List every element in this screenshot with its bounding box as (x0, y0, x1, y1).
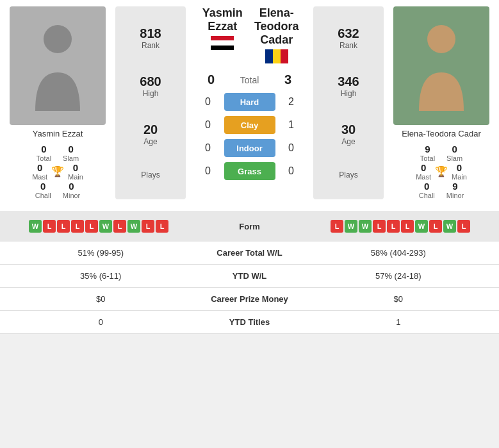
player-right-slam-value: 0 (452, 144, 457, 154)
top-section: Yasmin Ezzat 0 Total 0 Slam 0 Mast 🏆 (0, 0, 499, 206)
left-high-label: High (143, 89, 159, 98)
form-badge-w: W (29, 220, 42, 233)
flag-romania (250, 49, 304, 63)
total-right-score: 3 (279, 72, 298, 87)
player-right-mast-label: Mast (416, 173, 431, 181)
player-right-chall-label: Chall (419, 192, 435, 199)
player-left-name-center: Yasmin Ezzat (195, 6, 250, 33)
left-age-label: Age (143, 137, 157, 146)
surface-rows: 0 Hard 2 0 Clay 1 0 Indoor (189, 91, 310, 182)
player-right-minor-label: Minor (446, 192, 464, 199)
grass-right-score: 0 (282, 165, 301, 177)
player-right-chall-value: 0 (424, 181, 429, 192)
form-badge-w: W (127, 220, 140, 233)
clay-right-score: 1 (282, 119, 301, 131)
match-center: Yasmin Ezzat Elena-Teodora Cadar (189, 6, 310, 199)
prize-left: $0 (10, 294, 192, 304)
total-left-score: 0 (202, 72, 221, 87)
form-badge-w: W (415, 220, 428, 233)
prize-label: Career Prize Money (192, 294, 307, 304)
ytd-label: YTD W/L (192, 271, 307, 281)
form-badge-l: L (429, 220, 442, 233)
grass-row: 0 Grass 0 (189, 160, 310, 182)
form-badge-l: L (156, 220, 168, 233)
left-form-badges: WLLLLWLWLL (6, 220, 168, 233)
player-right-card: Elena-Teodora Cadar 9 Total 0 Slam 0 Mas… (387, 6, 496, 199)
left-rank-value: 818 (140, 26, 161, 41)
right-high-label: High (341, 89, 357, 98)
titles-label: YTD Titles (192, 317, 307, 327)
grass-left-score: 0 (199, 165, 218, 177)
right-rank-label: Rank (339, 41, 357, 50)
player-names-row: Yasmin Ezzat Elena-Teodora Cadar (189, 6, 310, 63)
form-badge-l: L (57, 220, 70, 233)
right-age-label: Age (341, 137, 355, 146)
indoor-row: 0 Indoor 0 (189, 137, 310, 159)
form-badge-l: L (331, 220, 343, 233)
titles-right: 1 (307, 317, 490, 327)
clay-badge: Clay (224, 116, 275, 134)
player-left-mast-label: Mast (32, 173, 47, 181)
hard-row: 0 Hard 2 (189, 91, 310, 113)
form-badge-w: W (443, 220, 456, 233)
main-container: Yasmin Ezzat 0 Total 0 Slam 0 Mast 🏆 (0, 0, 499, 334)
left-age-value: 20 (143, 122, 158, 137)
form-badge-w: W (99, 220, 112, 233)
player-right-main-label: Main (452, 173, 467, 181)
trophy-right-icon: 🏆 (435, 165, 448, 178)
indoor-badge: Indoor (224, 139, 275, 157)
player-left-slam-label: Slam (63, 154, 79, 162)
player-left-name: Yasmin Ezzat (33, 129, 83, 138)
clay-row: 0 Clay 1 (189, 114, 310, 136)
grass-badge: Grass (224, 162, 275, 180)
stats-bottom: 51% (99-95) Career Total W/L 58% (404-29… (0, 242, 499, 334)
player-left-slam-value: 0 (68, 144, 73, 154)
right-age-value: 30 (341, 122, 356, 137)
player-right-mast-value: 0 (421, 162, 426, 173)
ytd-left: 35% (6-11) (10, 271, 192, 281)
form-section: WLLLLWLWLL Form LWWLLLWLWL (0, 211, 499, 242)
player-right-photo (393, 6, 489, 125)
form-badge-l: L (43, 220, 56, 233)
player-left-minor-label: Minor (63, 192, 81, 199)
ytd-row: 35% (6-11) YTD W/L 57% (24-18) (0, 265, 499, 288)
player-left-total-value: 0 (41, 144, 46, 154)
player-right-total-value: 9 (425, 144, 430, 154)
form-badge-w: W (345, 220, 357, 233)
total-row: 0 Total 3 (189, 69, 310, 91)
player-left-mast-value: 0 (37, 162, 42, 173)
form-label: Form (168, 222, 331, 231)
player-left-chall-value: 0 (40, 181, 45, 192)
player-right-main-value: 0 (457, 162, 462, 173)
career-total-row: 51% (99-95) Career Total W/L 58% (404-29… (0, 242, 499, 265)
player-right-slam-label: Slam (446, 154, 462, 162)
player-right-name-center: Elena-Teodora Cadar (250, 6, 304, 47)
form-badge-l: L (457, 220, 470, 233)
form-badge-l: L (142, 220, 154, 233)
player-left-main-value: 0 (73, 162, 78, 173)
right-form-badges: LWWLLLWLWL (331, 220, 493, 233)
form-badge-w: W (359, 220, 372, 233)
svg-point-0 (44, 25, 72, 53)
player-right-total-label: Total (420, 154, 435, 162)
player-left-chall-label: Chall (35, 192, 51, 199)
indoor-left-score: 0 (199, 142, 218, 154)
player-left-photo (10, 6, 106, 125)
player-left-card: Yasmin Ezzat 0 Total 0 Slam 0 Mast 🏆 (3, 6, 112, 199)
right-stats-panel: 632 Rank 346 High 30 Age Plays (313, 6, 384, 199)
form-badge-l: L (113, 220, 126, 233)
hard-right-score: 2 (282, 96, 301, 108)
left-stats-panel: 818 Rank 680 High 20 Age Plays (115, 6, 186, 199)
player-left-minor-value: 0 (69, 181, 74, 192)
career-total-left: 51% (99-95) (10, 248, 192, 258)
prize-right: $0 (307, 294, 490, 304)
player-right-minor-value: 9 (452, 181, 457, 192)
prize-row: $0 Career Prize Money $0 (0, 288, 499, 311)
ytd-right: 57% (24-18) (307, 271, 490, 281)
form-row: WLLLLWLWLL Form LWWLLLWLWL (6, 216, 493, 236)
form-badge-l: L (401, 220, 414, 233)
titles-left: 0 (10, 317, 192, 327)
left-high-value: 680 (140, 74, 161, 89)
right-plays-label: Plays (339, 170, 357, 179)
player-left-total-label: Total (37, 154, 51, 162)
